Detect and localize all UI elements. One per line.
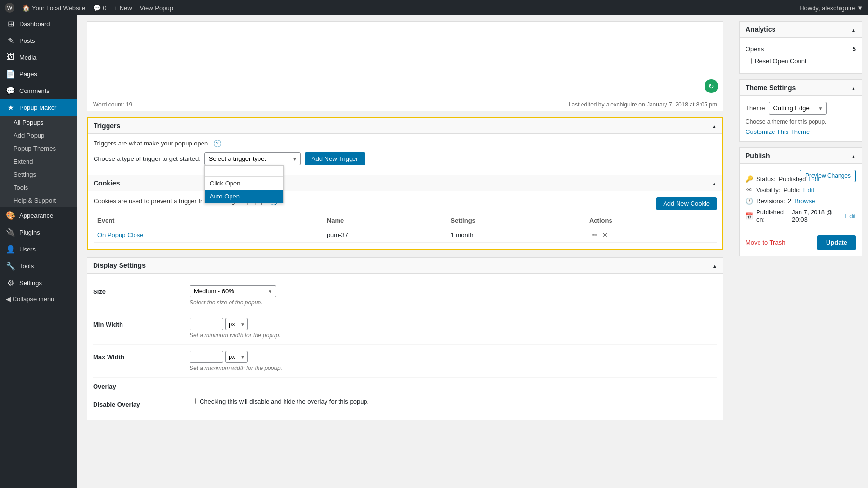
collapse-menu[interactable]: ◀ Collapse menu	[0, 291, 77, 306]
sidebar-item-comments[interactable]: 💬 Comments	[0, 82, 77, 99]
min-width-row: Min Width px % em	[93, 312, 717, 345]
overlay-section-title: Overlay	[93, 378, 717, 392]
publish-panel-header[interactable]: Publish	[740, 148, 862, 164]
min-width-input[interactable]	[190, 318, 223, 330]
triggers-panel-header[interactable]: Triggers	[88, 118, 722, 134]
submenu-item-popup-themes[interactable]: Popup Themes	[0, 142, 77, 155]
submenu-item-extend[interactable]: Extend	[0, 155, 77, 168]
display-settings-header[interactable]: Display Settings	[87, 258, 723, 274]
cookie-event-link[interactable]: On Popup Close	[97, 231, 143, 238]
analytics-title: Analytics	[746, 26, 775, 33]
min-width-input-unit: px % em	[190, 318, 717, 330]
reset-open-count-checkbox[interactable]	[746, 58, 752, 64]
min-width-unit-wrapper: px % em	[225, 318, 248, 330]
add-new-trigger-button[interactable]: Add New Trigger	[305, 152, 365, 165]
move-to-trash-link[interactable]: Move to Trash	[746, 239, 785, 246]
sidebar-item-plugins[interactable]: 🔌 Plugins	[0, 224, 77, 241]
size-select[interactable]: Tiny - 30% Small - 40% Medium - 60% Larg…	[190, 285, 276, 297]
cookies-content: Cookies are used to prevent a trigger fr…	[88, 191, 722, 249]
triggers-toggle-icon	[712, 122, 717, 130]
publish-date-edit-link[interactable]: Edit	[845, 212, 856, 220]
triggers-help-icon[interactable]: ?	[214, 140, 221, 147]
collapse-icon: ◀	[6, 295, 11, 303]
publish-panel: Publish Preview Changes 🔑 Status: Publis…	[739, 147, 862, 256]
submenu-item-tools[interactable]: Tools	[0, 181, 77, 194]
publish-status-label: Status:	[756, 175, 775, 183]
publish-visibility-edit-link[interactable]: Edit	[803, 186, 814, 194]
cookie-delete-icon[interactable]: ✕	[602, 231, 608, 238]
trigger-dropdown-search[interactable]	[205, 166, 283, 177]
analytics-panel-header[interactable]: Analytics	[740, 22, 862, 38]
sidebar-item-posts[interactable]: ✎ Posts	[0, 32, 77, 49]
cookies-panel-header[interactable]: Cookies	[88, 175, 722, 191]
cookies-toggle-icon	[712, 179, 717, 187]
trigger-type-select[interactable]: Select a trigger type. Click Open Auto O…	[204, 152, 301, 165]
appearance-icon: 🎨	[6, 211, 15, 220]
customize-theme-link[interactable]: Customize This Theme	[746, 128, 810, 135]
theme-select[interactable]: Cutting Edge	[769, 102, 827, 115]
analytics-opens-count: 5	[853, 45, 856, 53]
wp-logo-icon[interactable]: W	[5, 3, 14, 13]
sidebar-item-appearance[interactable]: 🎨 Appearance	[0, 207, 77, 224]
submenu-item-add-popup[interactable]: Add Popup	[0, 129, 77, 142]
word-count: Word count: 19	[93, 101, 132, 108]
trigger-type-dropdown-container: Select a trigger type. Click Open Auto O…	[204, 152, 301, 165]
publish-status-edit-link[interactable]: Edit	[809, 175, 820, 183]
trigger-type-select-wrapper: Select a trigger type. Click Open Auto O…	[204, 152, 301, 165]
theme-settings-panel: Theme Settings Theme Cutting Edge Choose…	[739, 79, 862, 142]
sidebar-item-settings[interactable]: ⚙ Settings	[0, 275, 77, 291]
sidebar-item-tools[interactable]: 🔧 Tools	[0, 258, 77, 275]
display-settings-content: Size Tiny - 30% Small - 40% Medium - 60%…	[87, 274, 723, 420]
sidebar-item-dashboard[interactable]: ⊞ Dashboard	[0, 15, 77, 32]
publish-revisions-row: 🕐 Revisions: 2 Browse	[746, 196, 856, 207]
cookies-table-header-row: Event Name Settings Actions	[94, 214, 717, 227]
plugins-icon: 🔌	[6, 228, 15, 237]
disable-overlay-row: Disable Overlay Checking this will disab…	[93, 392, 717, 414]
posts-icon: ✎	[6, 36, 15, 45]
trigger-option-click-open[interactable]: Click Open	[205, 177, 283, 190]
refresh-button[interactable]: ↻	[705, 79, 718, 93]
submenu-item-all-popups[interactable]: All Popups	[0, 116, 77, 129]
analytics-panel: Analytics Opens 5 Reset Open Count	[739, 21, 862, 74]
trigger-option-auto-open[interactable]: Auto Open	[205, 190, 283, 203]
revisions-icon: 🕐	[746, 198, 753, 205]
update-button[interactable]: Update	[817, 235, 856, 250]
add-new-cookie-button[interactable]: Add New Cookie	[656, 197, 717, 210]
max-width-unit-select[interactable]: px % em	[225, 351, 248, 363]
display-settings-panel: Display Settings Size Tiny - 30% Small -…	[87, 257, 723, 420]
publish-date-row: 📅 Published on: Jan 7, 2018 @ 20:03 Edit	[746, 207, 856, 225]
sidebar-item-popup-maker[interactable]: ★ Popup Maker	[0, 99, 77, 116]
admin-bar-site[interactable]: 🏠 Your Local Website	[22, 4, 85, 12]
min-width-control: px % em Set a minimum width for the popu…	[190, 318, 717, 339]
triggers-title: Triggers	[94, 122, 120, 130]
disable-overlay-checkbox[interactable]	[190, 398, 196, 404]
publish-revisions-browse-link[interactable]: Browse	[794, 198, 815, 205]
status-icon: 🔑	[746, 175, 753, 183]
theme-description: Choose a theme for this popup.	[746, 119, 856, 125]
preview-changes-button[interactable]: Preview Changes	[800, 170, 856, 182]
publish-content: Preview Changes 🔑 Status: Published Edit…	[740, 164, 862, 256]
popup-maker-icon: ★	[6, 103, 15, 112]
submenu-item-help[interactable]: Help & Support	[0, 194, 77, 207]
submenu-item-settings[interactable]: Settings	[0, 168, 77, 181]
admin-bar-new[interactable]: + New	[114, 4, 132, 12]
min-width-unit-select[interactable]: px % em	[225, 318, 248, 330]
sidebar-item-users[interactable]: 👤 Users	[0, 241, 77, 258]
publish-date-label: Published on:	[756, 209, 789, 223]
admin-bar-view-popup[interactable]: View Popup	[140, 4, 173, 12]
sidebar-item-media[interactable]: 🖼 Media	[0, 49, 77, 66]
max-width-input[interactable]	[190, 351, 223, 363]
cookies-col-settings: Settings	[447, 214, 585, 227]
publish-date-value: Jan 7, 2018 @ 20:03	[792, 209, 842, 223]
cookie-edit-icon[interactable]: ✏	[592, 231, 597, 238]
theme-settings-content: Theme Cutting Edge Choose a theme for th…	[740, 96, 862, 141]
triggers-description: Triggers are what make your popup open. …	[94, 140, 717, 147]
theme-settings-panel-header[interactable]: Theme Settings	[740, 80, 862, 96]
editor-meta: Word count: 19 Last edited by alexchigui…	[87, 98, 723, 111]
cookie-settings-cell: 1 month	[447, 227, 585, 243]
admin-bar-comments[interactable]: 💬 0	[93, 4, 106, 12]
publish-status-value: Published	[778, 175, 806, 183]
sidebar-item-pages[interactable]: 📄 Pages	[0, 66, 77, 82]
size-hint: Select the size of the popup.	[190, 299, 717, 306]
display-settings-title: Display Settings	[93, 262, 146, 269]
